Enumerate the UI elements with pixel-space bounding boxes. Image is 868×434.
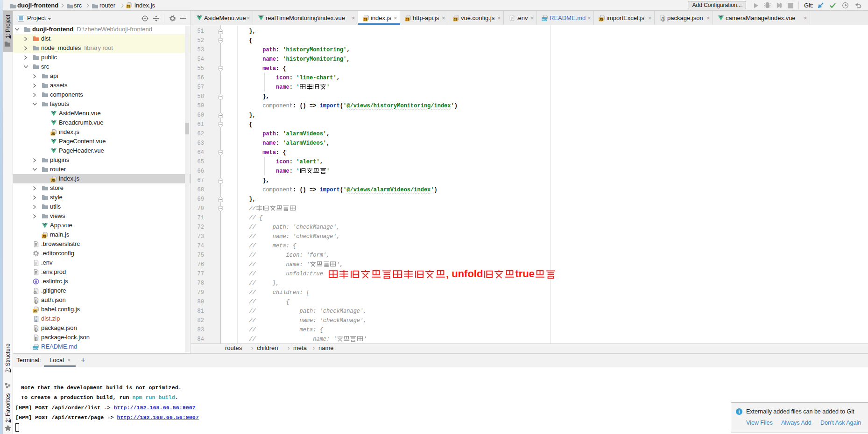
- svg-text:MD: MD: [33, 347, 38, 350]
- svg-text:JS: JS: [405, 18, 409, 21]
- svg-text:MD: MD: [542, 18, 547, 21]
- svg-text:JS: JS: [51, 179, 55, 182]
- svg-text:JS: JS: [453, 18, 458, 21]
- svg-text:JS: JS: [51, 132, 55, 135]
- svg-text:JS: JS: [127, 5, 131, 8]
- svg-text:{}: {}: [35, 327, 38, 332]
- svg-text:{}: {}: [35, 336, 38, 341]
- svg-text:JS: JS: [363, 18, 367, 21]
- svg-text:JS: JS: [42, 235, 46, 238]
- svg-text:{}: {}: [661, 17, 664, 21]
- svg-text:JS: JS: [599, 18, 603, 21]
- svg-text:JS: JS: [33, 309, 37, 313]
- svg-text:{}: {}: [35, 299, 38, 304]
